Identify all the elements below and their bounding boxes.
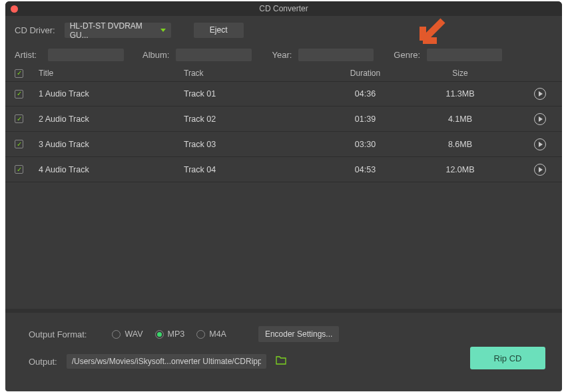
table-header: ✓ Title Track Duration Size <box>5 65 562 81</box>
play-icon[interactable] <box>534 88 546 100</box>
radio-icon <box>155 330 164 339</box>
cd-driver-value: HL-DT-ST DVDRAM GU... <box>70 21 160 40</box>
col-size: Size <box>414 69 507 78</box>
cell-track: Track 01 <box>184 89 317 98</box>
select-all-checkbox[interactable]: ✓ <box>15 69 23 78</box>
album-label: Album: <box>142 50 169 60</box>
row-checkbox[interactable]: ✓ <box>15 140 23 148</box>
toolbar: CD Driver: HL-DT-ST DVDRAM GU... Eject A… <box>5 16 562 61</box>
table-row[interactable]: ✓2 Audio TrackTrack 0201:394.1MB <box>5 106 562 132</box>
chevron-down-icon <box>160 29 166 32</box>
cell-size: 8.6MB <box>414 140 507 149</box>
cell-duration: 04:53 <box>317 165 414 174</box>
cell-title: 3 Audio Track <box>39 140 184 149</box>
artist-input[interactable] <box>48 49 124 61</box>
cell-size: 11.3MB <box>414 89 507 98</box>
col-duration: Duration <box>317 69 414 78</box>
radio-icon <box>196 330 205 339</box>
browse-folder-icon[interactable] <box>276 355 286 367</box>
cell-size: 4.1MB <box>414 114 507 124</box>
cd-driver-dropdown[interactable]: HL-DT-ST DVDRAM GU... <box>65 23 171 38</box>
wav-label: WAV <box>125 329 142 339</box>
cell-track: Track 02 <box>184 114 317 124</box>
year-input[interactable] <box>298 49 374 61</box>
col-track: Track <box>184 69 317 78</box>
play-icon[interactable] <box>534 113 546 125</box>
cd-driver-label: CD Driver: <box>15 25 55 35</box>
rip-cd-button[interactable]: Rip CD <box>470 347 545 369</box>
col-title: Title <box>39 69 184 78</box>
output-path-input[interactable] <box>67 354 266 369</box>
track-list: ✓1 Audio TrackTrack 0104:3611.3MB✓2 Audi… <box>5 81 562 182</box>
eject-button[interactable]: Eject <box>194 23 244 38</box>
album-input[interactable] <box>176 49 252 61</box>
output-format-label: Output Format: <box>29 329 87 339</box>
table-row[interactable]: ✓1 Audio TrackTrack 0104:3611.3MB <box>5 81 562 106</box>
cell-duration: 04:36 <box>317 89 414 98</box>
encoder-settings-button[interactable]: Encoder Settings... <box>258 326 339 342</box>
table-row[interactable]: ✓3 Audio TrackTrack 0303:308.6MB <box>5 132 562 157</box>
cell-title: 1 Audio Track <box>39 89 184 98</box>
cell-track: Track 03 <box>184 140 317 149</box>
artist-label: Artist: <box>15 50 41 60</box>
cell-title: 4 Audio Track <box>39 165 184 174</box>
cell-duration: 03:30 <box>317 140 414 149</box>
play-icon[interactable] <box>534 164 546 176</box>
cell-title: 2 Audio Track <box>39 114 184 124</box>
row-checkbox[interactable]: ✓ <box>15 165 23 174</box>
genre-input[interactable] <box>427 49 502 61</box>
window-title: CD Converter <box>5 4 562 13</box>
format-mp3-radio[interactable]: MP3 <box>155 329 185 339</box>
genre-label: Genre: <box>394 50 420 60</box>
format-wav-radio[interactable]: WAV <box>112 329 142 339</box>
cell-track: Track 04 <box>184 165 317 174</box>
radio-icon <box>112 330 121 339</box>
row-checkbox[interactable]: ✓ <box>15 114 23 123</box>
output-path-label: Output: <box>29 357 57 367</box>
cell-size: 12.0MB <box>414 165 507 174</box>
format-m4a-radio[interactable]: M4A <box>196 329 226 339</box>
app-window: CD Converter CD Driver: HL-DT-ST DVDRAM … <box>5 1 562 391</box>
m4a-label: M4A <box>209 329 226 339</box>
play-icon[interactable] <box>534 138 546 150</box>
row-checkbox[interactable]: ✓ <box>15 90 23 98</box>
mp3-label: MP3 <box>168 329 185 339</box>
cell-duration: 01:39 <box>317 114 414 124</box>
year-label: Year: <box>272 50 292 60</box>
titlebar: CD Converter <box>5 1 562 16</box>
table-row[interactable]: ✓4 Audio TrackTrack 0404:5312.0MB <box>5 157 562 182</box>
